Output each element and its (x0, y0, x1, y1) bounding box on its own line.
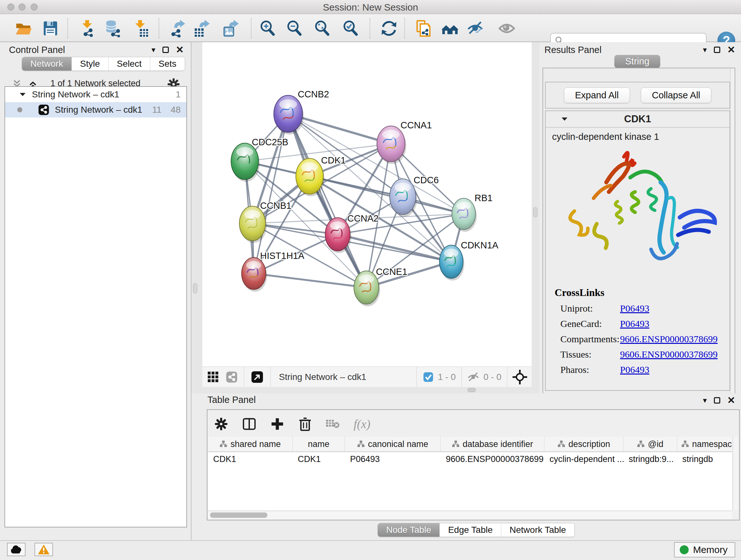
birds-eye-view-icon[interactable] (251, 370, 264, 384)
tab-network-table[interactable]: Network Table (501, 523, 575, 537)
column-header-database-identifier[interactable]: database identifier (441, 437, 544, 451)
graph-node-ccnb2[interactable] (274, 96, 304, 135)
crosslink-link[interactable]: P06493 (620, 303, 650, 314)
export-network-icon[interactable] (168, 19, 187, 38)
splitter-horizontal[interactable] (192, 387, 539, 393)
graph-edge[interactable] (288, 114, 366, 288)
panel-collapse-icon[interactable]: ▾ (151, 45, 155, 54)
column-type-icon (219, 440, 227, 448)
tab-style[interactable]: Style (71, 57, 108, 71)
graph-node-ccna1[interactable] (377, 126, 406, 164)
panel-close-icon[interactable]: ✕ (176, 47, 184, 53)
graph-node-label: CCNA1 (401, 120, 432, 130)
collapse-all-button[interactable]: Collapse All (641, 87, 712, 103)
collection-label: String Network – cdk1 (32, 89, 119, 100)
create-column-icon[interactable] (270, 417, 285, 431)
crosslink-label: GeneCard: (555, 318, 620, 329)
hide-selected-icon[interactable] (466, 19, 485, 38)
network-row[interactable]: String Network – cdk1 11 48 (5, 102, 186, 118)
tab-edge-table[interactable]: Edge Table (440, 523, 501, 537)
cloud-status-button[interactable] (7, 543, 25, 556)
crosslink-link[interactable]: P06493 (620, 318, 650, 329)
graph-node-rb1[interactable] (452, 198, 477, 232)
network-graph[interactable]: CCNB2CCNA1CDC25BCDK1CDC6RB1CCNB1CCNA2CDK… (202, 42, 532, 367)
import-table-icon[interactable] (131, 19, 150, 38)
column-header-shared-name[interactable]: shared name (208, 437, 293, 451)
zoom-out-icon[interactable] (285, 19, 304, 38)
panel-close-icon[interactable]: ✕ (727, 397, 735, 403)
network-collection-row[interactable]: String Network – cdk1 1 (5, 87, 186, 102)
panel-close-icon[interactable]: ✕ (727, 47, 735, 53)
graph-edge[interactable] (310, 176, 464, 214)
crosslink-link[interactable]: 9606.ENSP00000378699 (620, 334, 718, 345)
expand-all-button[interactable]: Expand All (564, 87, 630, 103)
column-header-@id[interactable]: @id (623, 437, 677, 451)
splitter-left[interactable] (192, 42, 202, 393)
panel-float-icon[interactable] (162, 47, 169, 53)
tab-select[interactable]: Select (108, 57, 150, 71)
splitter-grip[interactable] (468, 388, 476, 392)
column-header-namespace[interactable]: namespace (677, 437, 732, 451)
save-session-icon[interactable] (41, 19, 60, 38)
edge-count: 48 (171, 105, 181, 115)
fit-content-crosshair-icon[interactable] (513, 370, 527, 384)
memory-button[interactable]: Memory (674, 542, 735, 557)
panel-float-icon[interactable] (714, 397, 720, 403)
tab-network[interactable]: Network (22, 57, 71, 71)
graph-node-ccnb1[interactable] (239, 206, 267, 243)
column-header-name[interactable]: name (293, 437, 345, 451)
table-options-gear-icon[interactable] (214, 417, 228, 431)
delete-column-icon[interactable] (298, 417, 312, 431)
selected-checkbox-icon[interactable] (423, 372, 433, 382)
show-all-icon[interactable] (497, 19, 516, 38)
import-network-from-database-icon[interactable] (103, 19, 122, 38)
open-file-icon[interactable] (14, 19, 33, 38)
splitter-right[interactable] (532, 42, 539, 393)
graph-node-label: CDC25B (252, 137, 288, 147)
table-row[interactable]: CDK1CDK1P064939606.ENSP00000378699cyclin… (208, 452, 732, 466)
crosslink-link[interactable]: P06493 (620, 364, 650, 375)
splitter-grip[interactable] (533, 207, 537, 217)
refresh-layout-icon[interactable] (380, 19, 399, 38)
network-status-dot-icon (17, 107, 22, 112)
table-cell: cyclin-dependent ... (544, 452, 623, 466)
tab-node-table[interactable]: Node Table (378, 523, 440, 537)
table-cell: 9606.ENSP00000378699 (441, 452, 544, 466)
tab-string[interactable]: String (614, 55, 660, 68)
crosslink-label: Uniprot: (555, 303, 620, 314)
table-panel: Table Panel ▾ ✕ f(x) shared namenamecano… (192, 393, 741, 540)
zoom-in-icon[interactable] (258, 19, 277, 38)
export-table-icon[interactable] (192, 19, 212, 38)
tab-sets[interactable]: Sets (150, 57, 185, 71)
column-header-canonical-name[interactable]: canonical name (345, 437, 441, 451)
graph-node-cdkn1a[interactable] (440, 245, 464, 281)
grid-view-icon[interactable] (207, 371, 219, 383)
panel-float-icon[interactable] (714, 47, 720, 53)
splitter-grip[interactable] (193, 283, 197, 294)
network-type-icon (38, 104, 50, 116)
graph-node-cdk1[interactable] (296, 159, 325, 196)
show-columns-icon[interactable] (242, 417, 257, 431)
network-canvas[interactable]: CCNB2CCNA1CDC25BCDK1CDC6RB1CCNB1CCNA2CDK… (202, 42, 532, 367)
zoom-fit-icon[interactable] (313, 19, 332, 38)
panel-collapse-icon[interactable]: ▾ (703, 396, 707, 405)
warning-status-button[interactable] (35, 543, 53, 556)
column-header-description[interactable]: description (544, 437, 623, 451)
first-neighbors-icon[interactable] (441, 19, 460, 38)
zoom-selected-icon[interactable] (341, 19, 360, 38)
new-network-from-selection-icon[interactable] (414, 19, 433, 38)
export-image-icon[interactable] (221, 19, 241, 38)
section-collapse-icon[interactable] (561, 116, 568, 122)
table-vertical-scrollbar[interactable] (733, 437, 738, 510)
tree-expand-icon[interactable] (19, 91, 26, 98)
graph-node-label: CCNE1 (376, 266, 407, 277)
graph-edge[interactable] (254, 273, 366, 288)
crosslink-link[interactable]: 9606.ENSP00000378699 (620, 349, 718, 360)
results-vertical-scrollbar[interactable] (730, 68, 735, 415)
table-horizontal-scrollbar[interactable] (208, 511, 732, 519)
graph-node-hist1h1a[interactable] (242, 258, 267, 292)
import-network-icon[interactable] (77, 19, 97, 38)
cdk1-section-header[interactable]: CDK1 (546, 111, 730, 128)
panel-collapse-icon[interactable]: ▾ (703, 45, 707, 54)
network-view-icon[interactable] (225, 371, 238, 383)
